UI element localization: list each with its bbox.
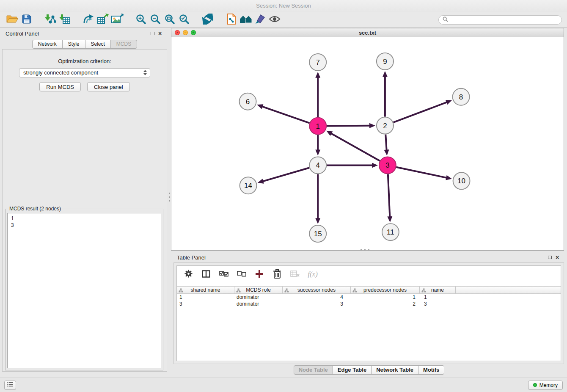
edge-3-11[interactable] (388, 174, 390, 217)
network-canvas[interactable]: 7968124314101511 (171, 37, 564, 250)
column-header-predecessor-nodes[interactable]: predecessor nodes (351, 287, 420, 293)
tab-mcds[interactable]: MCDS (110, 40, 137, 49)
run-mcds-button[interactable]: Run MCDS (39, 82, 81, 91)
edge-4-14[interactable] (262, 168, 309, 181)
log-console-button[interactable] (4, 381, 16, 390)
zoom-in-button[interactable] (134, 13, 148, 27)
open-folder-icon (6, 14, 18, 25)
show-graphics-button[interactable] (267, 13, 282, 27)
table-row[interactable]: 1dominator411 (177, 294, 561, 301)
horizontal-splitter[interactable] (361, 249, 372, 251)
tab-select[interactable]: Select (85, 40, 111, 49)
save-disk-icon (22, 14, 32, 25)
table-cell: dominator (234, 301, 283, 307)
column-header-name[interactable]: name (420, 287, 456, 293)
memory-status-icon (533, 383, 537, 387)
zoom-window-button[interactable]: + (191, 30, 196, 35)
zoom-fit-button[interactable] (162, 13, 177, 27)
import-network-button[interactable] (43, 13, 58, 27)
criterion-select[interactable]: strongly connected component (19, 68, 150, 77)
edge-1-6[interactable] (262, 106, 310, 123)
close-panel-button[interactable]: Close panel (87, 82, 130, 91)
column-header-MCDS-role[interactable]: MCDS role (234, 287, 283, 293)
tab-style[interactable]: Style (62, 40, 85, 49)
edge-2-8[interactable] (394, 102, 447, 122)
control-panel-title: Control Panel (6, 30, 39, 37)
style-brush-button[interactable] (253, 13, 267, 27)
tab-node-table[interactable]: Node Table (294, 365, 333, 375)
close-window-button[interactable]: × (175, 30, 180, 35)
zoom-out-button[interactable] (148, 13, 162, 27)
mcds-button-row: Run MCDS Close panel (3, 82, 167, 91)
mcds-panel: Optimization criterion: strongly connect… (2, 49, 167, 372)
table-box: f(x) shared nameMCDS rolesuccessor nodes… (176, 265, 561, 361)
column-tree-icon (284, 288, 289, 293)
control-panel-float-button[interactable] (149, 30, 156, 37)
home-button[interactable] (239, 13, 253, 27)
refresh-view-button[interactable] (201, 13, 215, 27)
table-cell: 1 (177, 294, 234, 301)
delete-table-button[interactable] (289, 268, 300, 281)
select-all-columns-button[interactable] (218, 268, 229, 281)
window-titlebar[interactable]: Session: New Session (0, 0, 567, 12)
edge-arrow-icon (383, 71, 388, 77)
tab-motifs[interactable]: Motifs (418, 365, 444, 375)
edge-3-10[interactable] (396, 167, 447, 178)
save-session-button[interactable] (19, 13, 34, 27)
function-builder-button[interactable]: f(x) (307, 268, 318, 281)
node-label-9: 9 (383, 58, 387, 66)
export-image-button[interactable] (110, 13, 124, 27)
edge-1-2[interactable] (327, 126, 370, 126)
tab-network-table[interactable]: Network Table (371, 365, 418, 375)
edge-arrow-icon (372, 163, 378, 168)
delete-column-button[interactable] (272, 268, 283, 281)
open-session-button[interactable] (5, 13, 19, 27)
export-network-button[interactable] (81, 13, 96, 27)
first-neighbors-button[interactable] (224, 13, 239, 27)
edge-2-3[interactable] (385, 135, 386, 151)
node-label-8: 8 (459, 93, 463, 101)
column-header-label: MCDS role (246, 287, 271, 293)
import-table-icon (59, 14, 71, 26)
search-box[interactable] (438, 15, 562, 25)
export-image-icon (111, 14, 124, 26)
zoom-selected-icon (179, 14, 190, 26)
deselect-all-columns-button[interactable] (236, 268, 247, 281)
search-input[interactable] (451, 17, 558, 23)
vertical-splitter[interactable] (169, 193, 170, 204)
edge-arrow-icon (446, 100, 452, 105)
export-table-button[interactable] (96, 13, 110, 27)
add-column-button[interactable] (254, 268, 265, 281)
result-line: 3 (11, 222, 157, 229)
table-row[interactable]: 3dominator323 (177, 301, 561, 307)
table-panel-float-button[interactable] (546, 254, 553, 261)
import-table-button[interactable] (58, 13, 72, 27)
edge-arrow-icon (258, 179, 264, 183)
mcds-result-text[interactable]: 13 (7, 213, 161, 368)
close-icon: × (158, 30, 162, 36)
control-panel-close-button[interactable]: × (156, 30, 164, 37)
table-settings-button[interactable] (183, 268, 194, 281)
column-header-label: shared name (190, 287, 220, 293)
show-columns-button[interactable] (201, 268, 212, 281)
tab-edge-table[interactable]: Edge Table (333, 365, 372, 375)
memory-button[interactable]: Memory (528, 381, 563, 390)
import-network-icon (44, 14, 57, 26)
node-label-7: 7 (316, 58, 320, 66)
gear-icon (184, 269, 193, 279)
table-panel-close-button[interactable]: × (553, 254, 561, 261)
column-header-successor-nodes[interactable]: successor nodes (283, 287, 351, 293)
node-label-1: 1 (316, 122, 320, 130)
memory-label: Memory (539, 382, 558, 388)
node-label-6: 6 (246, 98, 250, 106)
network-window-titlebar[interactable]: scc.txt × − + (171, 28, 564, 37)
mcds-result-fieldset: MCDS result (2 nodes) 13 (5, 209, 163, 370)
edge-3-1[interactable] (331, 133, 380, 161)
table-panel-header: Table Panel × (171, 252, 567, 262)
tab-network[interactable]: Network (32, 40, 63, 49)
table-body: 1dominator4113dominator323 (177, 294, 561, 307)
minimize-window-button[interactable]: − (183, 30, 188, 35)
optimization-criterion-label: Optimization criterion: (3, 58, 167, 64)
zoom-selected-button[interactable] (177, 13, 191, 27)
column-header-shared-name[interactable]: shared name (177, 287, 234, 293)
